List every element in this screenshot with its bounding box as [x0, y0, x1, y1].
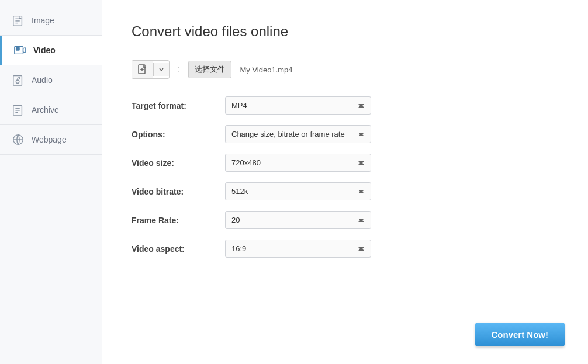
select-target-format[interactable]: MP4AVIMOVMKVWMVFLVWebM — [225, 96, 371, 115]
choose-file-button[interactable]: 选择文件 — [188, 61, 231, 78]
sidebar-item-archive-label: Archive — [32, 105, 59, 115]
select-video-bitrate[interactable]: 512k256k1024k2048k128k — [225, 182, 371, 200]
select-video-aspect[interactable]: 16:94:31:121:9 — [225, 240, 371, 258]
image-icon — [12, 14, 25, 27]
sidebar-item-audio-label: Audio — [32, 75, 53, 85]
form-row-options: Options:Change size, bitrate or frame ra… — [132, 125, 559, 143]
label-options: Options: — [132, 130, 225, 139]
svg-point-11 — [16, 80, 19, 84]
svg-rect-5 — [16, 47, 19, 50]
sidebar-item-webpage[interactable]: Webpage — [0, 125, 102, 155]
file-separator: : — [178, 64, 180, 75]
select-frame-rate[interactable]: 2024253060 — [225, 211, 371, 229]
file-btn-group — [132, 60, 170, 79]
sidebar-item-audio[interactable]: Audio — [0, 65, 102, 95]
file-name-display: My Video1.mp4 — [240, 65, 292, 74]
file-add-button[interactable] — [132, 61, 153, 78]
sidebar-item-webpage-label: Webpage — [32, 135, 67, 144]
file-upload-row: : 选择文件 My Video1.mp4 — [132, 60, 559, 79]
form-row-video-bitrate: Video bitrate:512k256k1024k2048k128k — [132, 182, 559, 200]
form-row-frame-rate: Frame Rate:2024253060 — [132, 211, 559, 229]
select-video-size[interactable]: 720x4801280x7201920x1080640x360480x360 — [225, 154, 371, 172]
form-row-target-format: Target format:MP4AVIMOVMKVWMVFLVWebM — [132, 96, 559, 115]
sidebar-item-video-label: Video — [33, 46, 56, 55]
main-content: Convert video files online : 选择文件 My Vid… — [102, 0, 588, 364]
label-video-aspect: Video aspect: — [132, 244, 225, 254]
sidebar-item-video[interactable]: Video — [0, 36, 102, 65]
form-fields: Target format:MP4AVIMOVMKVWMVFLVWebMOpti… — [132, 96, 559, 258]
webpage-icon — [12, 133, 25, 146]
select-options[interactable]: Change size, bitrate or frame rateDefaul… — [225, 125, 371, 143]
sidebar-item-image-label: Image — [32, 16, 54, 25]
form-row-video-size: Video size:720x4801280x7201920x1080640x3… — [132, 154, 559, 172]
form-row-video-aspect: Video aspect:16:94:31:121:9 — [132, 240, 559, 258]
page-title: Convert video files online — [132, 23, 559, 40]
archive-icon — [12, 103, 25, 116]
label-frame-rate: Frame Rate: — [132, 216, 225, 225]
label-video-bitrate: Video bitrate: — [132, 187, 225, 196]
label-target-format: Target format: — [132, 101, 225, 110]
svg-rect-10 — [13, 76, 22, 86]
file-dropdown-button[interactable] — [153, 63, 169, 76]
video-icon — [13, 44, 26, 57]
sidebar: Image Video Audio Archi — [0, 0, 102, 364]
label-video-size: Video size: — [132, 158, 225, 168]
sidebar-item-image[interactable]: Image — [0, 6, 102, 36]
sidebar-item-archive[interactable]: Archive — [0, 95, 102, 125]
file-add-icon — [138, 64, 147, 75]
audio-icon — [12, 74, 25, 86]
chevron-down-icon — [158, 67, 164, 72]
convert-now-button[interactable]: Convert Now! — [475, 323, 565, 346]
